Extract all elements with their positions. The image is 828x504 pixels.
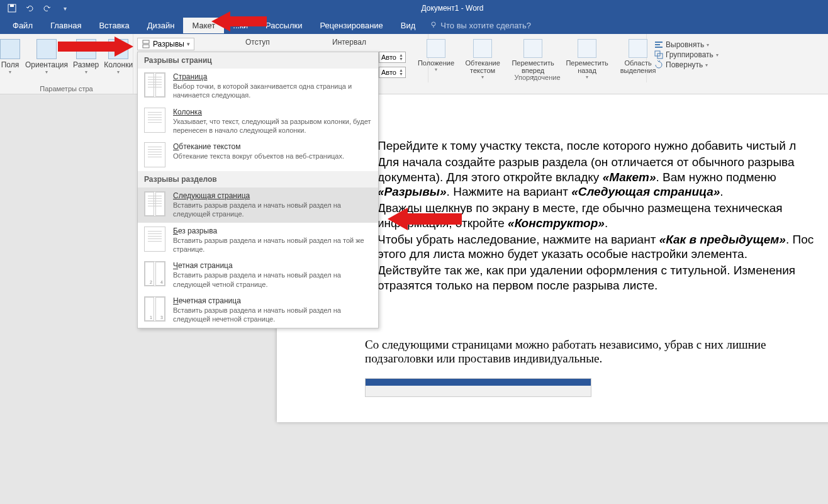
continuous-break-icon [144, 227, 165, 252]
next-page-break-icon [144, 191, 165, 216]
svg-marker-11 [211, 11, 267, 31]
ribbon-tabs: Файл Главная Вставка Дизайн Макет ...ки … [0, 16, 828, 34]
svg-marker-12 [58, 36, 133, 57]
text-cursor: | [365, 305, 818, 319]
group-icon [654, 50, 663, 59]
svg-marker-13 [388, 208, 462, 230]
lightbulb-icon [429, 21, 438, 30]
annotation-arrow-dropdown [388, 205, 463, 233]
undo-icon[interactable] [25, 4, 34, 13]
svg-rect-10 [143, 45, 149, 48]
rotate-icon [654, 60, 663, 69]
section-breaks-section: Разрывы разделов [138, 171, 378, 188]
window-title: Документ1 - Word [77, 4, 828, 13]
align-button[interactable]: Выровнять ▾ [654, 40, 719, 49]
breaks-dropdown: Разрывы страниц Страница Выбор точки, в … [137, 52, 379, 328]
odd-page-break-icon: 13 [144, 296, 165, 322]
break-column-item[interactable]: Колонка Указывает, что текст, следующий … [138, 104, 378, 139]
align-icon [654, 40, 663, 49]
breaks-dropdown-button[interactable]: Разрывы ▾ [137, 38, 194, 50]
quick-access-toolbar: ▾ [0, 4, 77, 13]
svg-rect-6 [655, 47, 663, 48]
page-break-icon [144, 72, 165, 98]
column-break-icon [144, 108, 165, 133]
svg-rect-9 [143, 40, 149, 43]
list-item: Чтобы убрать наследование, нажмите на ва… [378, 232, 818, 262]
list-item: Перейдите к тому участку текста, после к… [378, 138, 818, 154]
margins-button[interactable]: Поля▾ [0, 38, 23, 76]
tab-insert[interactable]: Вставка [90, 18, 138, 33]
page-setup-group-label: Параметры стра [0, 85, 133, 92]
tab-review[interactable]: Рецензирование [311, 18, 391, 33]
annotation-arrow-ribbon [58, 34, 133, 59]
document-paragraph: Со следующими страницами можно работать … [365, 338, 818, 366]
break-page-item[interactable]: Страница Выбор точки, в которой заканчив… [138, 69, 378, 104]
svg-rect-1 [10, 4, 14, 7]
even-page-break-icon: 24 [144, 261, 165, 286]
svg-rect-5 [655, 44, 660, 45]
break-odd-page-item[interactable]: 13 Нечетная страница Вставить разрыв раз… [138, 293, 378, 328]
arrange-group-label: Упорядочение [428, 74, 646, 81]
annotation-arrow-top [211, 9, 268, 34]
svg-point-2 [432, 22, 435, 26]
spacing-after-input[interactable]: Авто▲▼ [379, 67, 406, 78]
list-item: Действуйте так же, как при удалении офор… [378, 263, 818, 293]
save-icon[interactable] [8, 4, 16, 13]
qat-more-icon[interactable]: ▾ [60, 4, 69, 13]
tab-home[interactable]: Главная [42, 18, 90, 33]
svg-rect-4 [655, 42, 663, 43]
spacing-before-input[interactable]: Авто▲▼ [379, 52, 406, 63]
tab-design[interactable]: Дизайн [138, 18, 184, 33]
group-button[interactable]: Группировать ▾ [654, 50, 719, 59]
breaks-icon [142, 40, 150, 48]
tell-me-search[interactable]: Что вы хотите сделать? [424, 21, 531, 30]
list-item: Для начала создайте разрыв раздела (он о… [378, 155, 818, 199]
title-bar: ▾ Документ1 - Word [0, 0, 828, 16]
rotate-button[interactable]: Повернуть ▾ [654, 60, 719, 69]
break-even-page-item[interactable]: 24 Четная страница Вставить разрыв разде… [138, 257, 378, 293]
tab-file[interactable]: Файл [4, 18, 42, 33]
redo-icon[interactable] [43, 4, 52, 13]
break-continuous-item[interactable]: Без разрыва Вставить разрыв раздела и на… [138, 223, 378, 258]
break-next-page-item[interactable]: Следующая страница Вставить разрыв разде… [138, 188, 378, 223]
indent-label: Отступ [245, 38, 270, 47]
textwrap-break-icon [144, 142, 165, 167]
tab-view[interactable]: Вид [392, 18, 425, 33]
embedded-screenshot [365, 378, 591, 397]
spacing-label: Интервал [332, 38, 366, 47]
break-textwrap-item[interactable]: Обтекание текстом Обтекание текста вокру… [138, 138, 378, 171]
page-breaks-section: Разрывы страниц [138, 52, 378, 69]
document-list: Перейдите к тому участку текста, после к… [308, 138, 818, 293]
document-area: Перейдите к тому участку текста, после к… [0, 94, 828, 504]
